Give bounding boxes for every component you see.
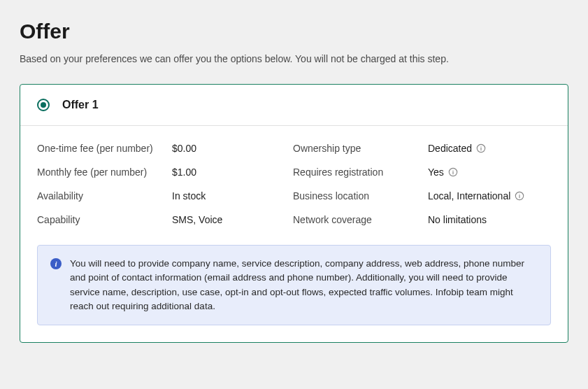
page-subtitle: Based on your preferences we can offer y… <box>20 53 568 64</box>
label-business-location: Business location <box>293 190 422 201</box>
label-ownership-type: Ownership type <box>293 143 422 154</box>
value-capability: SMS, Voice <box>172 214 287 225</box>
svg-point-2 <box>481 146 482 147</box>
requires-registration-text: Yes <box>428 167 444 178</box>
value-requires-registration: Yes <box>428 167 551 178</box>
availability-text: In stock <box>172 190 206 201</box>
offer-body: One-time fee (per number) $0.00 Ownershi… <box>20 126 568 342</box>
svg-point-5 <box>452 170 453 171</box>
info-icon[interactable] <box>476 143 486 153</box>
radio-dot-icon <box>41 102 46 108</box>
offer-radio[interactable] <box>37 99 50 111</box>
offer-details-grid: One-time fee (per number) $0.00 Ownershi… <box>37 143 551 225</box>
value-business-location: Local, International <box>428 190 551 201</box>
value-availability: In stock <box>172 190 287 201</box>
capability-text: SMS, Voice <box>172 214 222 225</box>
label-requires-registration: Requires registration <box>293 167 422 178</box>
registration-notice: i You will need to provide company name,… <box>37 245 551 325</box>
label-network-coverage: Network coverage <box>293 214 422 225</box>
label-one-time-fee: One-time fee (per number) <box>37 143 166 154</box>
info-icon[interactable] <box>515 191 524 201</box>
one-time-fee-text: $0.00 <box>172 143 196 154</box>
info-icon[interactable] <box>448 167 458 177</box>
monthly-fee-text: $1.00 <box>172 167 196 178</box>
offer-name: Offer 1 <box>62 99 99 111</box>
notice-text: You will need to provide company name, s… <box>70 257 538 313</box>
info-icon: i <box>50 258 62 269</box>
label-monthly-fee: Monthly fee (per number) <box>37 167 166 178</box>
offer-header[interactable]: Offer 1 <box>20 85 568 126</box>
svg-point-8 <box>519 194 520 194</box>
value-monthly-fee: $1.00 <box>172 167 287 178</box>
offer-card: Offer 1 One-time fee (per number) $0.00 … <box>20 84 568 343</box>
network-coverage-text: No limitations <box>428 214 487 225</box>
value-ownership-type: Dedicated <box>428 143 551 154</box>
value-one-time-fee: $0.00 <box>172 143 287 154</box>
ownership-type-text: Dedicated <box>428 143 472 154</box>
label-capability: Capability <box>37 214 166 225</box>
value-network-coverage: No limitations <box>428 214 551 225</box>
page-title: Offer <box>20 20 568 43</box>
label-availability: Availability <box>37 190 166 201</box>
business-location-text: Local, International <box>428 190 510 201</box>
